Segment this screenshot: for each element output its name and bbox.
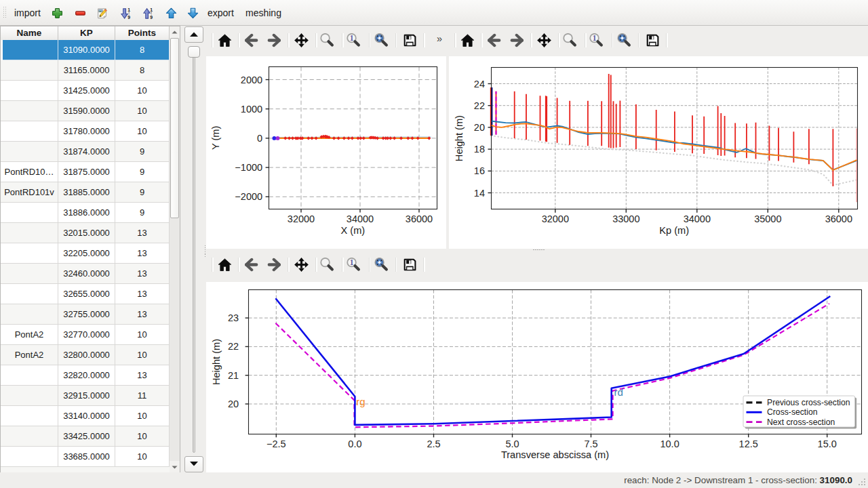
svg-text:23: 23 — [228, 312, 239, 323]
svg-text:22: 22 — [228, 341, 239, 352]
svg-text:34000: 34000 — [347, 214, 374, 224]
svg-text:36000: 36000 — [825, 214, 852, 224]
svg-text:rd: rd — [614, 386, 623, 398]
svg-text:Transverse abscissa (m): Transverse abscissa (m) — [501, 449, 609, 460]
svg-text:Next cross-section: Next cross-section — [767, 418, 835, 427]
svg-text:20: 20 — [474, 122, 485, 133]
svg-text:1000: 1000 — [241, 104, 262, 115]
svg-text:12.5: 12.5 — [739, 439, 758, 449]
svg-text:Kp (m): Kp (m) — [659, 225, 689, 236]
svg-text:5.0: 5.0 — [505, 439, 519, 449]
svg-text:0.0: 0.0 — [348, 439, 361, 449]
svg-text:7.5: 7.5 — [584, 439, 597, 449]
svg-text:Cross-section: Cross-section — [767, 407, 818, 417]
svg-text:32000: 32000 — [288, 214, 315, 224]
svg-text:10.0: 10.0 — [660, 439, 679, 449]
svg-text:−2.5: −2.5 — [267, 439, 286, 449]
svg-text:Height (m): Height (m) — [454, 115, 465, 161]
svg-text:33000: 33000 — [612, 214, 639, 224]
svg-text:34000: 34000 — [684, 214, 711, 224]
svg-text:35000: 35000 — [754, 214, 781, 224]
svg-text:X (m): X (m) — [341, 225, 366, 236]
svg-text:16: 16 — [474, 165, 485, 176]
svg-text:20: 20 — [228, 399, 239, 409]
svg-text:2000: 2000 — [241, 75, 262, 85]
svg-text:rg: rg — [356, 396, 365, 407]
svg-text:Previous cross-section: Previous cross-section — [767, 398, 850, 407]
svg-text:21: 21 — [228, 370, 239, 381]
svg-text:0: 0 — [257, 133, 262, 144]
svg-text:14: 14 — [474, 188, 485, 199]
svg-text:15.0: 15.0 — [818, 439, 837, 449]
svg-text:2.5: 2.5 — [427, 439, 440, 449]
svg-text:Height (m): Height (m) — [211, 339, 222, 385]
svg-text:32000: 32000 — [542, 214, 569, 224]
svg-text:Y (m): Y (m) — [211, 126, 222, 150]
svg-text:22: 22 — [474, 100, 485, 111]
svg-text:−1000: −1000 — [235, 162, 262, 173]
svg-text:−2000: −2000 — [235, 191, 262, 202]
svg-text:36000: 36000 — [406, 214, 433, 224]
svg-text:18: 18 — [474, 144, 485, 155]
svg-text:24: 24 — [474, 79, 485, 89]
